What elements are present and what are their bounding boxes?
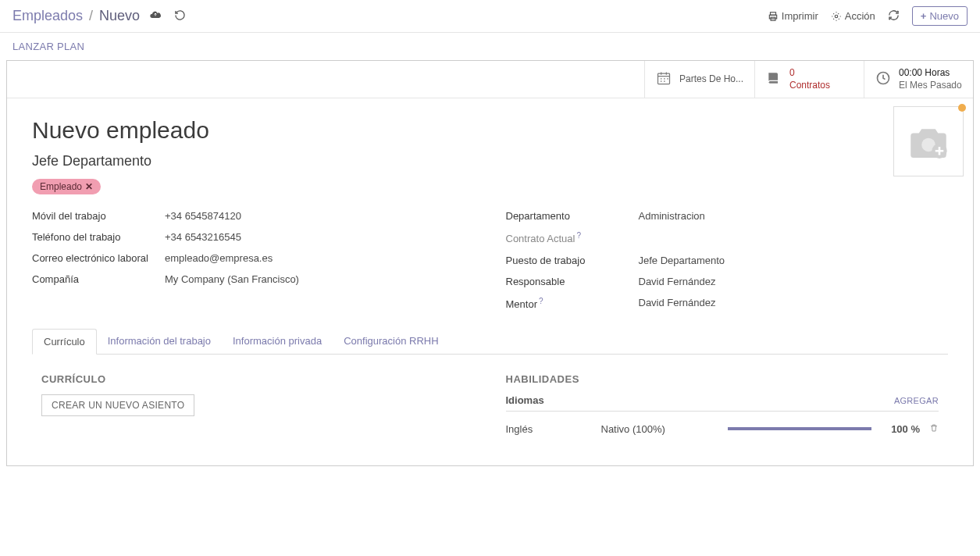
tab-info-privada[interactable]: Información privada	[222, 329, 333, 354]
job-position-label: Puesto de trabajo	[506, 255, 639, 266]
company-label: Compañía	[32, 273, 165, 285]
avatar-upload[interactable]	[893, 106, 964, 176]
manager-value[interactable]: David Fernández	[639, 276, 716, 287]
status-dot	[958, 104, 966, 112]
new-button[interactable]: + Nuevo	[912, 6, 968, 26]
skill-progress	[728, 427, 872, 430]
mentor-value[interactable]: David Fernández	[639, 297, 716, 310]
stat-timesheets[interactable]: Partes De Ho...	[644, 61, 754, 98]
employee-job-title[interactable]: Jefe Departamento	[32, 153, 948, 169]
print-button[interactable]: Imprimir	[768, 10, 818, 22]
cloud-save-icon[interactable]	[146, 7, 165, 25]
skill-progress-fill	[728, 427, 872, 430]
discard-icon[interactable]	[171, 8, 189, 25]
camera-plus-icon	[907, 122, 950, 161]
stat-contracts[interactable]: 0 Contratos	[754, 61, 864, 98]
stat-hours-primary: 00:00 Horas	[899, 67, 962, 80]
calendar-icon	[656, 70, 672, 88]
skill-row: Inglés Nativo (100%) 100 %	[506, 418, 939, 440]
delete-skill-icon[interactable]	[929, 422, 939, 436]
breadcrumb-parent[interactable]: Empleados	[12, 8, 83, 24]
work-phone-label: Teléfono del trabajo	[32, 231, 165, 243]
new-label: Nuevo	[929, 10, 959, 22]
action-label: Acción	[845, 10, 875, 22]
tag-remove-icon[interactable]: ✕	[85, 181, 93, 192]
print-label: Imprimir	[782, 10, 818, 22]
create-entry-button[interactable]: CREAR UN NUEVO ASIENTO	[41, 394, 194, 416]
lanzar-plan-button[interactable]: LANZAR PLAN	[12, 41, 84, 52]
stat-timesheets-label: Partes De Ho...	[679, 73, 743, 86]
skill-add-button[interactable]: AGREGAR	[894, 396, 939, 405]
mentor-label: Mentor?	[506, 297, 639, 310]
work-phone-value[interactable]: +34 6543216545	[165, 231, 241, 243]
work-mobile-label: Móvil del trabajo	[32, 210, 165, 222]
job-position-value[interactable]: Jefe Departamento	[639, 255, 725, 266]
clock-icon	[875, 70, 891, 88]
book-icon	[766, 70, 782, 88]
stat-contracts-count: 0	[789, 67, 830, 80]
department-value[interactable]: Administracion	[639, 210, 705, 222]
department-label: Departamento	[506, 210, 639, 222]
breadcrumb-current: Nuevo	[99, 8, 140, 24]
stat-contracts-label: Contratos	[789, 80, 830, 92]
company-value[interactable]: My Company (San Francisco)	[165, 273, 299, 285]
skill-percent: 100 %	[881, 423, 920, 435]
breadcrumb: Empleados / Nuevo	[12, 7, 189, 25]
action-button[interactable]: Acción	[831, 10, 875, 22]
tag-label: Empleado	[40, 181, 82, 192]
svg-point-3	[835, 15, 838, 18]
curriculo-section-title: CURRÍCULO	[41, 373, 475, 385]
stat-hours-secondary: El Mes Pasado	[899, 80, 962, 92]
stat-hours[interactable]: 00:00 Horas El Mes Pasado	[864, 61, 973, 98]
skill-name[interactable]: Inglés	[506, 423, 592, 435]
breadcrumb-separator: /	[89, 8, 93, 24]
refresh-icon[interactable]	[888, 9, 900, 23]
skill-group-label: Idiomas	[506, 394, 544, 406]
current-contract-label: Contrato Actual?	[506, 231, 639, 244]
employee-name[interactable]: Nuevo empleado	[32, 117, 948, 144]
help-icon[interactable]: ?	[576, 231, 581, 240]
help-icon[interactable]: ?	[539, 297, 543, 305]
skills-section-title: HABILIDADES	[506, 373, 939, 385]
tab-curriculo[interactable]: Currículo	[32, 329, 97, 355]
tab-config-rrhh[interactable]: Configuración RRHH	[333, 329, 449, 354]
employee-tag[interactable]: Empleado ✕	[32, 179, 101, 194]
skill-level[interactable]: Nativo (100%)	[601, 423, 718, 435]
manager-label: Responsable	[506, 276, 639, 287]
work-email-label: Correo electrónico laboral	[32, 252, 165, 264]
tab-info-trabajo[interactable]: Información del trabajo	[97, 329, 222, 354]
work-mobile-value[interactable]: +34 6545874120	[165, 210, 241, 222]
work-email-value[interactable]: empleado@empresa.es	[165, 252, 273, 264]
